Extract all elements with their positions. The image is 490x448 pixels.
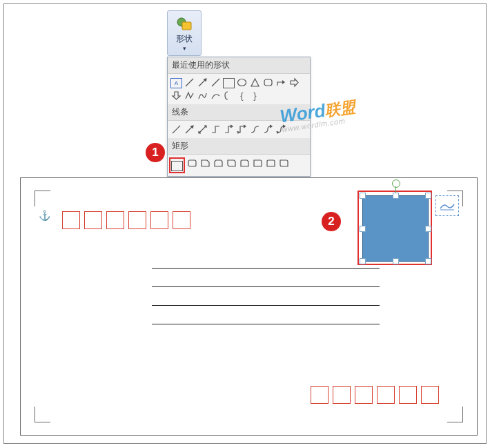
resize-handle[interactable] (393, 258, 399, 264)
step-badge-1: 1 (146, 143, 165, 162)
postal-box (128, 211, 146, 229)
address-line (152, 305, 380, 306)
resize-handle[interactable] (393, 193, 399, 199)
textbox-shape[interactable]: A (170, 78, 182, 88)
svg-rect-1 (182, 22, 191, 30)
drawn-rectangle-shape[interactable] (362, 195, 429, 262)
gallery-header-rects: 矩形 (168, 138, 310, 155)
shapes-label: 形状 (176, 33, 193, 45)
postal-box (150, 211, 168, 229)
crop-mark (35, 407, 50, 422)
svg-line-2 (186, 79, 193, 86)
step-badge-2: 2 (322, 212, 341, 231)
line7[interactable] (249, 124, 261, 135)
svg-line-7 (173, 126, 180, 133)
postal-code-boxes-sender (62, 211, 190, 229)
line5[interactable] (223, 124, 235, 135)
rect-rounded[interactable] (186, 157, 198, 169)
rotation-handle[interactable] (392, 179, 400, 188)
svg-point-5 (238, 79, 246, 86)
line3[interactable] (197, 124, 208, 135)
address-line (152, 286, 380, 287)
brace-left-shape[interactable]: { (236, 90, 248, 101)
rect-plain[interactable] (171, 161, 183, 171)
resize-handle[interactable] (425, 193, 431, 199)
down-arrow-shape[interactable] (170, 90, 182, 101)
resize-handle[interactable] (360, 226, 366, 232)
postal-box (421, 386, 439, 404)
rect-round-diag[interactable] (278, 157, 290, 169)
postal-code-boxes-recipient (311, 386, 439, 404)
postal-box (84, 211, 102, 229)
postal-box (62, 211, 80, 229)
line8[interactable] (262, 124, 274, 135)
shapes-dropdown-button[interactable]: 形状 ▾ (167, 10, 202, 56)
postal-box (399, 386, 417, 404)
line9[interactable] (275, 124, 287, 135)
rect-snip-diag[interactable] (226, 157, 237, 169)
gallery-row-recent: A { } (168, 74, 310, 104)
right-arrow-shape[interactable] (288, 77, 300, 88)
postal-box (173, 211, 190, 229)
curve-shape[interactable] (197, 90, 208, 101)
gallery-row-lines (168, 121, 310, 138)
rectangle-shape[interactable] (223, 78, 235, 88)
gallery-header-recent: 最近使用的形状 (168, 57, 310, 74)
rect-round2[interactable] (265, 157, 277, 169)
address-line (152, 324, 380, 324)
triangle-shape[interactable] (249, 77, 261, 88)
line2[interactable] (184, 124, 195, 135)
freeform-shape[interactable] (184, 90, 195, 101)
resize-handle[interactable] (360, 258, 366, 264)
postal-box (377, 386, 395, 404)
line1[interactable] (170, 124, 182, 135)
line-shape[interactable] (184, 77, 195, 88)
screenshot-frame: 形状 ▾ 最近使用的形状 A { } 线条 (3, 3, 487, 444)
brace-right-shape[interactable]: } (249, 90, 261, 101)
chevron-down-icon: ▾ (183, 46, 186, 50)
elbow-arrow-shape[interactable] (275, 77, 287, 88)
postal-box (355, 386, 373, 404)
resize-handle[interactable] (360, 193, 366, 199)
rounded-rect-shape[interactable] (262, 77, 274, 88)
line-arrow-shape[interactable] (197, 77, 208, 88)
address-line (152, 268, 380, 269)
postal-box (333, 386, 351, 404)
svg-rect-10 (188, 160, 196, 166)
rect-round1[interactable] (252, 157, 264, 169)
gallery-row-rects (168, 155, 310, 176)
arc-shape[interactable] (210, 90, 222, 101)
postal-box (106, 211, 124, 229)
resize-handle[interactable] (425, 226, 431, 232)
gallery-header-lines: 线条 (168, 104, 310, 121)
connector-shape[interactable] (210, 77, 222, 88)
step2-highlight (357, 191, 432, 265)
postal-box (311, 386, 329, 404)
line6[interactable] (236, 124, 248, 135)
line4[interactable] (210, 124, 222, 135)
rectangle-selected-highlight (169, 157, 185, 173)
crop-mark (35, 191, 50, 206)
bracket-shape[interactable] (223, 90, 235, 101)
svg-line-9 (199, 126, 206, 133)
shapes-gallery: 最近使用的形状 A { } 线条 (167, 57, 311, 177)
svg-line-4 (212, 79, 219, 86)
shapes-icon (175, 17, 193, 32)
svg-rect-6 (264, 79, 272, 86)
svg-line-3 (199, 80, 205, 86)
rect-snip2[interactable] (213, 157, 224, 169)
svg-line-8 (186, 127, 192, 133)
rect-snip-round[interactable] (239, 157, 251, 169)
crop-mark (447, 407, 463, 422)
rect-snip1[interactable] (199, 157, 211, 169)
document-canvas[interactable]: ⚓ (20, 177, 478, 436)
stamp-placeholder (435, 195, 459, 216)
anchor-icon: ⚓ (39, 210, 50, 221)
address-lines (152, 268, 380, 324)
oval-shape[interactable] (236, 77, 248, 88)
resize-handle[interactable] (425, 258, 431, 264)
